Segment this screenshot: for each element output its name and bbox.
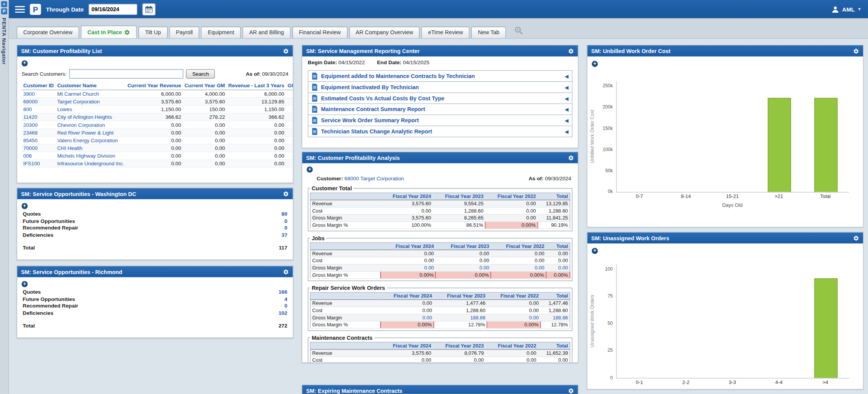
customer-id-link[interactable]: 20300 (23, 122, 37, 127)
expand-sidebar-icon[interactable]: » (1, 1, 7, 7)
expand-left-icon[interactable]: ◀ (565, 73, 568, 79)
gear-icon[interactable] (568, 48, 574, 54)
customer-name-link[interactable]: Chevron Corporation (57, 122, 105, 127)
add-chart-button[interactable]: + (592, 248, 598, 254)
gear-icon[interactable] (568, 155, 574, 161)
search-customers-input[interactable] (69, 69, 183, 78)
report-link-row[interactable]: Estimated Costs Vs Actual Costs By Cost … (308, 93, 572, 104)
customer-id-link[interactable]: 70000 (23, 145, 37, 151)
tab-ar-and-billing[interactable]: AR and Billing (243, 27, 291, 38)
tab-tilt-up[interactable]: Tilt Up (138, 27, 168, 38)
customer-name-link[interactable]: CHI Health (57, 145, 82, 151)
expand-left-icon[interactable]: ◀ (565, 106, 568, 112)
add-customer-button[interactable]: + (22, 60, 28, 66)
customer-id-link[interactable]: 800 (23, 106, 32, 112)
cell: 3,575.60 (183, 98, 227, 105)
penta-logo[interactable]: P (30, 3, 41, 15)
customer-name-link[interactable]: Red River Power & Light (57, 130, 114, 135)
tab-cast-in-place[interactable]: Cast In Place (81, 25, 137, 38)
user-menu[interactable]: AML ▼ (831, 5, 861, 13)
tab-ar-company-overview[interactable]: AR Company Overview (349, 27, 420, 38)
cell: 0.00 (183, 136, 227, 144)
tab-search-icon[interactable] (514, 26, 523, 35)
tab-etime-review[interactable]: eTime Review (422, 27, 470, 38)
customer-id-link[interactable]: 23468 (23, 130, 37, 135)
deficiencies-value-link[interactable]: 37 (282, 231, 287, 238)
gear-icon[interactable] (853, 235, 859, 241)
document-icon (312, 95, 318, 102)
report-link-row[interactable]: Technician Status Change Analytic Report… (308, 126, 572, 136)
report-link-row[interactable]: Service Work Order Summary Report◀ (308, 115, 572, 126)
customer-name-link[interactable]: Mt Carmel Church (57, 91, 99, 96)
section-maintenance-contracts: Maintenance Contracts Fiscal Year 2024Fi… (308, 335, 572, 363)
customer-name-link[interactable]: City of Arlington Heights (57, 114, 112, 120)
col-gm-last-3[interactable]: GM - Last 3 Years (286, 82, 293, 90)
panel-title: SM: Customer Profitability List (21, 48, 102, 54)
customer-name-link[interactable]: Michels Highway Division (57, 153, 115, 158)
add-opportunity-button[interactable]: + (22, 281, 28, 287)
tab-payroll[interactable]: Payroll (169, 27, 200, 38)
col-current-year-revenue[interactable]: Current Year Revenue (126, 82, 183, 90)
tab-equipment[interactable]: Equipment (201, 27, 241, 38)
customer-id-link[interactable]: 85450 (23, 138, 37, 143)
gear-icon[interactable] (283, 48, 289, 54)
hamburger-menu-icon[interactable] (15, 6, 25, 12)
expand-left-icon[interactable]: ◀ (565, 129, 568, 134)
future-opportunities-value-link[interactable]: 4 (284, 296, 287, 302)
customer-name-link[interactable]: Infrasource Underground Inc. (57, 161, 124, 166)
tab-financial-review[interactable]: Financial Review (292, 27, 347, 38)
expand-left-icon[interactable]: ◀ (565, 118, 568, 123)
customer-name-link[interactable]: Lowes (57, 106, 72, 112)
recommended-repair-value-link[interactable]: 0 (284, 224, 287, 231)
bar-gt21[interactable] (768, 98, 791, 192)
gear-icon[interactable] (283, 191, 289, 197)
table-row: 70000CHI Health0.000.000.000.00 (22, 144, 293, 152)
quotes-value-link[interactable]: 80 (282, 211, 287, 217)
gear-icon[interactable] (568, 387, 574, 394)
future-opportunities-value-link[interactable]: 0 (284, 218, 287, 224)
tab-bar: Corporate Overview Cast In Place Tilt Up… (8, 18, 868, 39)
tab-gear-icon[interactable] (124, 29, 130, 35)
bar-gt4[interactable] (814, 278, 837, 378)
report-list: Equipment added to Maintenance Contracts… (308, 70, 572, 137)
col-customer-name[interactable]: Customer Name (55, 82, 126, 90)
through-date-input[interactable] (89, 3, 138, 15)
cell: 0.00 (227, 129, 286, 136)
customer-name-link[interactable]: Valero Energy Corporation (57, 138, 118, 143)
bar-total[interactable] (814, 98, 837, 192)
navigator-sidebar-collapsed[interactable]: » P PENTA Navigator (0, 0, 9, 394)
recommended-repair-value-link[interactable]: 0 (284, 303, 287, 309)
add-opportunity-button[interactable]: + (22, 203, 28, 209)
col-customer-id[interactable]: Customer ID (22, 82, 55, 90)
panel-expiring-maintenance-contracts: SM: Expiring Maintenance Contracts (302, 384, 578, 394)
customer-id-link[interactable]: 3900 (23, 91, 35, 96)
tab-new-tab[interactable]: New Tab (471, 27, 506, 38)
selected-customer-link[interactable]: 68000 Target Corporation (345, 175, 404, 181)
add-analysis-button[interactable]: + (307, 166, 313, 173)
unbilled-cost-chart (616, 81, 849, 193)
customer-name-link[interactable]: Target Corporation (57, 99, 100, 104)
cell: 0.00 (286, 129, 293, 136)
customer-id-link[interactable]: 11420 (23, 114, 37, 120)
report-link-row[interactable]: Maintenance Contract Summary Report◀ (308, 104, 572, 115)
tab-corporate-overview[interactable]: Corporate Overview (17, 27, 79, 38)
report-link-row[interactable]: Equipment added to Maintenance Contracts… (308, 71, 572, 82)
document-icon (312, 73, 318, 80)
cell: 150.00 (183, 105, 227, 113)
add-chart-button[interactable]: + (592, 61, 598, 67)
expand-left-icon[interactable]: ◀ (565, 85, 568, 90)
gear-icon[interactable] (853, 48, 859, 54)
panel-title: SM: Service Management Reporting Center (306, 48, 420, 54)
report-link-row[interactable]: Equipment Inactivated By Technician◀ (308, 82, 572, 93)
customer-id-link[interactable]: 006 (23, 153, 32, 158)
col-current-year-gm[interactable]: Current Year GM (183, 82, 227, 90)
search-button[interactable]: Search (186, 69, 215, 78)
calendar-button[interactable] (142, 3, 156, 15)
quotes-value-link[interactable]: 166 (278, 289, 287, 295)
customer-id-link[interactable]: 68000 (23, 99, 37, 104)
gear-icon[interactable] (283, 269, 289, 275)
customer-id-link[interactable]: IFS100 (23, 161, 40, 166)
col-revenue-last-3[interactable]: Revenue - Last 3 Years (227, 82, 286, 90)
deficiencies-value-link[interactable]: 102 (278, 309, 287, 316)
expand-left-icon[interactable]: ◀ (565, 95, 568, 101)
